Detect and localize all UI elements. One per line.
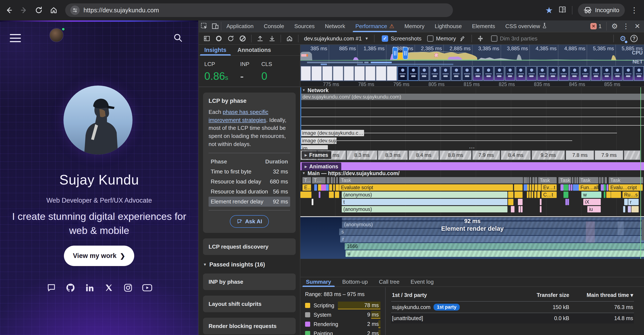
frame-duration[interactable]: 8.3 ms [346,150,377,160]
device-toolbar-icon[interactable] [210,22,221,30]
flame-event[interactable]: Evaluate script [339,184,513,191]
network-request-main[interactable]: dev.sujaykundu.com/ (dev.sujaykundu.com) [300,94,644,100]
filmstrip-frame[interactable] [365,66,375,81]
filmstrip-frame[interactable] [580,66,590,81]
github-icon[interactable] [66,283,76,293]
flame-event[interactable]: iX [583,199,601,205]
frames-track[interactable]: ▶Frames 7.7 ms8.3 ms8.3 ms8.4 ms8.8 ms7.… [300,149,644,161]
frame-duration[interactable]: 8.4 ms [501,150,531,160]
filmstrip-frame[interactable] [537,66,547,81]
tab-application[interactable]: Application [221,20,258,32]
tab-memory[interactable]: Memory [400,20,430,32]
phase-row[interactable]: Resource load delay680 ms [208,177,290,187]
party-row[interactable]: [unattributed]0.0 kB14.8 ms [391,313,634,324]
instagram-icon[interactable] [123,283,133,293]
timeline-overview[interactable]: 385 ms885 ms1,385 ms1,885 ms2,385 ms2,88… [300,45,644,65]
filmstrip-frame[interactable] [398,66,408,81]
network-request[interactable]: image (dev.sujaykundu.c… [300,130,364,136]
selection-handle-right[interactable] [403,47,408,60]
flame-sliver[interactable] [327,177,330,183]
frame-duration[interactable]: 7.9 ms [472,150,500,160]
filmstrip-frame[interactable] [462,66,472,81]
flame-event[interactable]: Task [609,177,643,183]
flame-sliver[interactable] [571,184,572,191]
site-info-icon[interactable] [70,5,80,15]
col-party[interactable]: 1st / 3rd party [392,292,514,298]
flame-sliver[interactable] [604,192,606,198]
col-main-thread-time[interactable]: Main thread time ▾ [569,292,633,298]
flame-sliver[interactable] [604,177,607,183]
flame-sliver[interactable] [335,192,339,198]
selection-flame-row[interactable]: u [346,250,644,257]
flame-sliver[interactable] [624,199,628,205]
insight-card-render-blocking-requests[interactable]: Render blocking requests [203,318,296,334]
flame-sliver[interactable] [538,184,541,191]
flame-event[interactable]: Ev…t [542,184,557,191]
insight-card-inp-by-phase[interactable]: INP by phase [203,274,296,290]
flame-sliver[interactable] [537,192,540,198]
flame-sliver[interactable] [568,184,570,191]
filmstrip-frame[interactable] [623,66,633,81]
record-home-icon[interactable] [284,34,295,43]
tab-network[interactable]: Network [320,20,350,32]
flame-sliver[interactable] [300,192,312,198]
youtube-icon[interactable] [142,283,152,293]
flame-sliver[interactable] [530,177,532,183]
tab-console[interactable]: Console [258,20,289,32]
filmstrip-frame[interactable] [570,66,580,81]
collapse-icon[interactable] [475,34,486,43]
lcp-by-phase-card[interactable]: LCP by phase Each phase has specific imp… [203,93,296,233]
filmstrip-frame[interactable] [322,66,332,81]
frame-duration[interactable]: 7.9 ms [594,150,624,160]
frame-duration[interactable]: 8.4 ms [408,150,439,160]
reload-icon[interactable] [33,4,45,16]
flame-event[interactable]: Task [579,177,598,183]
frame-duration[interactable]: 7.8 ms [566,150,594,160]
filmstrip-frame[interactable] [354,66,364,81]
lcp-request-discovery-card[interactable]: LCP request discovery [203,238,296,255]
details-tab-summary[interactable]: Summary [300,277,337,287]
flame-sliver[interactable] [525,177,527,183]
insights-tab-insights[interactable]: Insights [199,45,232,55]
filmstrip-frame[interactable] [494,66,504,81]
toggle-sidebar-icon[interactable] [202,34,212,43]
network-request[interactable]: image (dev.sujayku… [300,137,336,144]
reading-list-icon[interactable] [558,6,566,14]
flame-event[interactable]: T… [302,177,311,183]
screenshot-filmstrip[interactable] [300,65,644,81]
screenshots-checkbox[interactable]: ✓Screenshots [382,35,422,42]
linkedin-icon[interactable] [84,283,95,293]
flame-sliver[interactable] [566,199,567,205]
party-row[interactable]: sujaykundu.com1st party150 kB76.3 ms [391,301,634,313]
filmstrip-frame[interactable] [591,66,601,81]
flame-sliver[interactable] [508,199,514,205]
flame-event[interactable]: (anonymous) [342,192,508,198]
flame-sliver[interactable] [511,206,514,212]
upload-profile-icon[interactable] [255,34,265,43]
flame-event[interactable]: Task [339,177,523,183]
view-work-button[interactable]: View my work❯ [64,246,134,266]
flame-sliver[interactable] [623,206,625,212]
tab-sources[interactable]: Sources [289,20,320,32]
avatar[interactable] [50,28,64,42]
flame-sliver[interactable] [334,177,335,183]
details-tab-event-log[interactable]: Event log [405,277,439,287]
flame-event[interactable]: C…t [542,192,557,198]
flame-sliver[interactable] [560,184,564,191]
flame-event[interactable]: Task [538,177,557,183]
col-transfer-size[interactable]: Transfer size [514,292,569,298]
frame-duration[interactable] [624,150,640,160]
flame-sliver[interactable] [527,184,529,191]
flame-event[interactable]: Evalu…cript [609,184,643,191]
frame-duration[interactable]: 8.3 ms [378,150,408,160]
frame-duration[interactable]: 9.2 ms [532,150,565,160]
help-icon[interactable]: ? [630,35,638,42]
phase-row[interactable]: Element render delay92 ms [208,197,290,207]
tab-css-overview[interactable]: CSS overview [500,20,552,32]
inspect-element-icon[interactable] [199,22,210,30]
tab-lighthouse[interactable]: Lighthouse [430,20,467,32]
devtools-menu-icon[interactable]: ⋮ [622,22,630,30]
flame-event[interactable]: Ru…s [622,192,639,198]
flame-sliver[interactable] [336,184,339,191]
flame-sliver[interactable] [331,177,333,183]
